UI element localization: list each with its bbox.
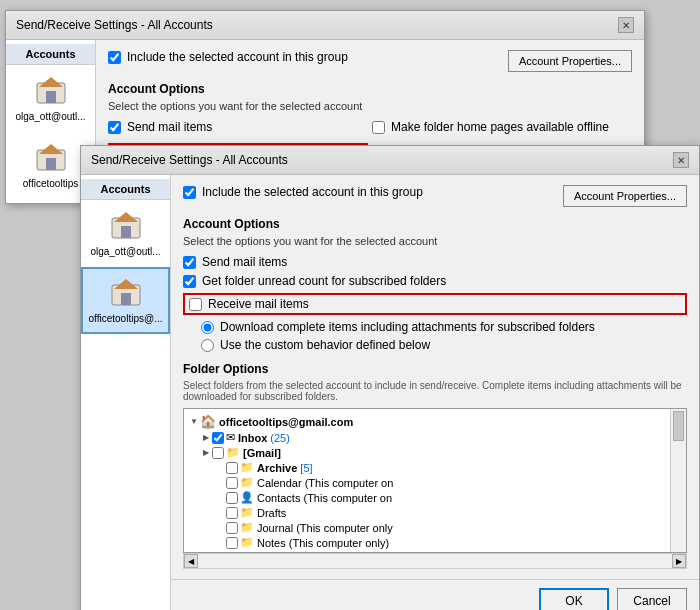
folder-tree-scrollbar[interactable] bbox=[670, 409, 686, 552]
hscroll-left-btn[interactable]: ◀ bbox=[184, 554, 198, 568]
bg-header-row: Include the selected account in this gro… bbox=[108, 50, 632, 74]
fg-send-mail-checkbox[interactable] bbox=[183, 256, 196, 269]
contacts-label: Contacts (This computer on bbox=[257, 492, 392, 504]
scrollbar-thumb[interactable] bbox=[673, 411, 684, 441]
foreground-dialog: Send/Receive Settings - All Accounts ✕ A… bbox=[80, 145, 700, 610]
bg-include-checkbox[interactable] bbox=[108, 51, 121, 64]
fg-folder-tree: ▼ 🏠 officetooltips@gmail.com ▶ ✉ Inbox (… bbox=[184, 409, 686, 553]
bg-dialog-title: Send/Receive Settings - All Accounts bbox=[16, 18, 213, 32]
fg-titlebar: Send/Receive Settings - All Accounts ✕ bbox=[81, 146, 699, 175]
fg-account1-icon bbox=[110, 210, 142, 242]
notes-label: Notes (This computer only) bbox=[257, 537, 389, 549]
fg-download-complete-radio[interactable] bbox=[201, 321, 214, 334]
fg-include-checkbox[interactable] bbox=[183, 186, 196, 199]
tree-contacts-item[interactable]: 👤 Contacts (This computer on bbox=[186, 490, 684, 505]
archive-expander-icon bbox=[214, 462, 226, 474]
calendar-checkbox[interactable] bbox=[226, 477, 238, 489]
archive-folder-icon: 📁 bbox=[240, 461, 254, 474]
bg-make-folder-checkbox[interactable] bbox=[372, 121, 385, 134]
horizontal-scrollbar[interactable]: ◀ ▶ bbox=[183, 553, 687, 569]
inbox-envelope-icon: ✉ bbox=[226, 431, 235, 444]
contacts-checkbox[interactable] bbox=[226, 492, 238, 504]
fg-download-complete-row: Download complete items including attach… bbox=[183, 320, 687, 334]
journal-checkbox[interactable] bbox=[226, 522, 238, 534]
root-label: officetooltips@gmail.com bbox=[219, 416, 353, 428]
fg-bottom-buttons: OK Cancel bbox=[171, 579, 699, 610]
fg-use-custom-label: Use the custom behavior defined below bbox=[220, 338, 430, 352]
fg-include-label: Include the selected account in this gro… bbox=[202, 185, 423, 199]
hscroll-right-btn[interactable]: ▶ bbox=[672, 554, 686, 568]
fg-receive-mail-row: Receive mail items bbox=[183, 293, 687, 315]
bg-close-button[interactable]: ✕ bbox=[618, 17, 634, 33]
fg-main-content: Include the selected account in this gro… bbox=[171, 175, 699, 579]
fg-get-unread-checkbox[interactable] bbox=[183, 275, 196, 288]
bg-section-title: Account Options bbox=[108, 82, 632, 96]
inbox-expander-icon[interactable]: ▶ bbox=[200, 432, 212, 444]
svg-marker-1 bbox=[39, 77, 63, 87]
ok-button[interactable]: OK bbox=[539, 588, 609, 610]
archive-label: Archive bbox=[257, 462, 297, 474]
bg-section-desc: Select the options you want for the sele… bbox=[108, 100, 632, 112]
bg-include-label: Include the selected account in this gro… bbox=[127, 50, 348, 64]
tree-notes-item[interactable]: 📁 Notes (This computer only) bbox=[186, 535, 684, 550]
gmail-expander-icon[interactable]: ▶ bbox=[200, 447, 212, 459]
fg-send-mail-row: Send mail items bbox=[183, 255, 687, 269]
drafts-expander-icon bbox=[214, 507, 226, 519]
fg-account1-label: olga_ott@outl... bbox=[90, 246, 160, 257]
tree-archive-item[interactable]: 📁 Archive [5] bbox=[186, 460, 684, 475]
notes-checkbox[interactable] bbox=[226, 537, 238, 549]
bg-account-item-1[interactable]: olga_ott@outl... bbox=[6, 65, 95, 132]
fg-account-item-1[interactable]: olga_ott@outl... bbox=[81, 200, 170, 267]
bg-accounts-tab[interactable]: Accounts bbox=[6, 44, 95, 65]
bg-make-folder-row: Make folder home pages available offline bbox=[372, 120, 632, 134]
fg-get-unread-row: Get folder unread count for subscribed f… bbox=[183, 274, 687, 288]
tree-calendar-item[interactable]: 📁 Calendar (This computer on bbox=[186, 475, 684, 490]
fg-account-item-2[interactable]: officetooltips@... bbox=[81, 267, 170, 334]
hscroll-track bbox=[198, 554, 672, 568]
bg-account2-icon bbox=[35, 142, 67, 174]
fg-account2-icon bbox=[110, 277, 142, 309]
archive-checkbox[interactable] bbox=[226, 462, 238, 474]
fg-folder-tree-container[interactable]: ▼ 🏠 officetooltips@gmail.com ▶ ✉ Inbox (… bbox=[183, 408, 687, 553]
tree-root-item[interactable]: ▼ 🏠 officetooltips@gmail.com bbox=[186, 413, 684, 430]
inbox-count: (25) bbox=[270, 432, 290, 444]
bg-account2-label: officetooltips bbox=[23, 178, 78, 189]
fg-section-desc: Select the options you want for the sele… bbox=[183, 235, 687, 247]
fg-folder-options-title: Folder Options bbox=[183, 362, 687, 376]
bg-account-props-button[interactable]: Account Properties... bbox=[508, 50, 632, 72]
fg-account-props-button[interactable]: Account Properties... bbox=[563, 185, 687, 207]
journal-label: Journal (This computer only bbox=[257, 522, 393, 534]
tree-inbox-item[interactable]: ▶ ✉ Inbox (25) bbox=[186, 430, 684, 445]
tree-journal-item[interactable]: 📁 Journal (This computer only bbox=[186, 520, 684, 535]
svg-marker-7 bbox=[114, 212, 138, 222]
fg-account2-label: officetooltips@... bbox=[89, 313, 163, 324]
fg-accounts-tab[interactable]: Accounts bbox=[81, 179, 170, 200]
fg-receive-mail-checkbox[interactable] bbox=[189, 298, 202, 311]
tree-drafts-item[interactable]: 📁 Drafts bbox=[186, 505, 684, 520]
bg-account1-label: olga_ott@outl... bbox=[15, 111, 85, 122]
drafts-label: Drafts bbox=[257, 507, 286, 519]
svg-marker-4 bbox=[39, 144, 63, 154]
drafts-checkbox[interactable] bbox=[226, 507, 238, 519]
calendar-folder-icon: 📁 bbox=[240, 476, 254, 489]
inbox-checkbox[interactable] bbox=[212, 432, 224, 444]
cancel-button[interactable]: Cancel bbox=[617, 588, 687, 610]
gmail-checkbox[interactable] bbox=[212, 447, 224, 459]
notes-folder-icon: 📁 bbox=[240, 536, 254, 549]
root-folder-icon: 🏠 bbox=[200, 414, 216, 429]
contacts-folder-icon: 👤 bbox=[240, 491, 254, 504]
svg-rect-5 bbox=[46, 158, 56, 170]
calendar-label: Calendar (This computer on bbox=[257, 477, 393, 489]
fg-receive-mail-label: Receive mail items bbox=[208, 297, 309, 311]
drafts-folder-icon: 📁 bbox=[240, 506, 254, 519]
contacts-expander-icon bbox=[214, 492, 226, 504]
fg-send-mail-label: Send mail items bbox=[202, 255, 287, 269]
tree-gmail-item[interactable]: ▶ 📁 [Gmail] bbox=[186, 445, 684, 460]
fg-close-button[interactable]: ✕ bbox=[673, 152, 689, 168]
bg-send-mail-checkbox[interactable] bbox=[108, 121, 121, 134]
svg-rect-8 bbox=[121, 226, 131, 238]
gmail-label: [Gmail] bbox=[243, 447, 281, 459]
notes-expander-icon bbox=[214, 537, 226, 549]
fg-use-custom-radio[interactable] bbox=[201, 339, 214, 352]
root-expander-icon[interactable]: ▼ bbox=[188, 416, 200, 428]
